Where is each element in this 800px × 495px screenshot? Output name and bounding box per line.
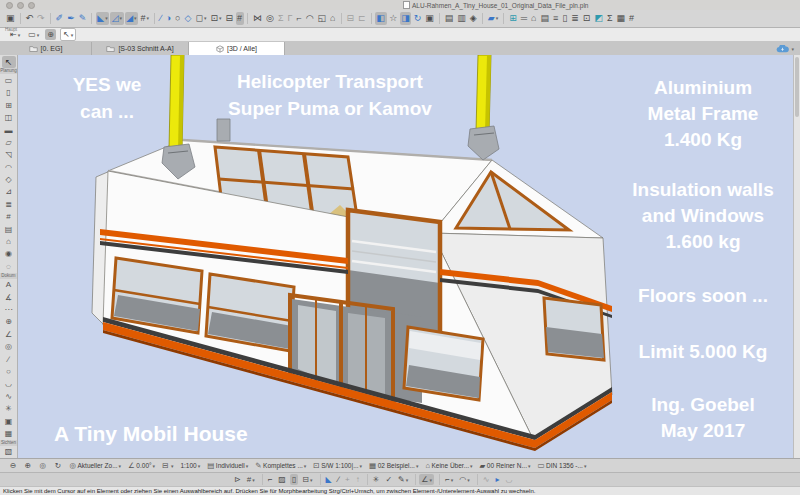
guide-lines[interactable]: ∕ xyxy=(159,12,164,25)
redo[interactable]: ↷ xyxy=(36,12,47,25)
teamwork-cloud-button[interactable]: ▾ xyxy=(776,45,794,53)
reference-line-method[interactable]: ◣▾ xyxy=(96,12,109,25)
magic-wand[interactable]: ◇ xyxy=(183,12,193,25)
snap-guides[interactable]: ◑ xyxy=(164,12,172,25)
tag[interactable]: ◈ xyxy=(468,12,478,25)
move-up[interactable]: ↑ xyxy=(354,474,362,485)
zoom-in[interactable]: ⊕ xyxy=(25,460,33,471)
tool-arc[interactable]: ◡ xyxy=(2,378,16,390)
view-switch[interactable]: ▭▾ xyxy=(26,29,41,40)
close-icon[interactable] xyxy=(6,2,13,9)
document-1[interactable]: ▤ xyxy=(443,12,455,25)
tool-spline[interactable]: ∿ xyxy=(2,390,16,402)
profile-select[interactable]: ⊡▾ xyxy=(209,12,223,25)
corner-r[interactable]: ⌐ xyxy=(295,12,303,25)
tool-shell[interactable]: ◠ xyxy=(2,161,16,173)
tool-opening[interactable]: ◌ xyxy=(2,260,16,272)
tool-wall[interactable]: ▭ xyxy=(2,74,16,86)
list-tool[interactable]: ≡ xyxy=(552,12,560,25)
tool-object[interactable]: ⌂ xyxy=(2,235,16,247)
fit-in-window[interactable]: ◎ xyxy=(40,460,48,471)
tool-text[interactable]: A xyxy=(2,279,16,291)
lock-tool[interactable]: ⊟▾ xyxy=(300,474,314,485)
scrollbar-thumb[interactable] xyxy=(795,57,799,117)
tool-fill[interactable]: ⋯ xyxy=(2,303,16,315)
pen[interactable]: ✎ xyxy=(77,12,88,25)
scale[interactable]: 1:100▾ xyxy=(180,460,200,471)
tab-3d-all[interactable]: [3D / Alle] xyxy=(189,42,285,55)
equalize[interactable]: ═ xyxy=(519,12,528,25)
tool-column[interactable]: ◫ xyxy=(2,111,16,123)
document-2[interactable]: ▥ xyxy=(456,12,468,25)
paint-roller[interactable]: ▰▾ xyxy=(486,12,499,25)
tool-line[interactable]: ∕ xyxy=(2,353,16,365)
add-point[interactable]: + xyxy=(343,474,352,485)
origin-tool[interactable]: ⊕ xyxy=(45,29,56,40)
window-settings[interactable]: ▣ xyxy=(5,12,17,25)
column-doc[interactable]: ▯ xyxy=(561,12,569,25)
layers-quick[interactable]: ◨ xyxy=(400,12,412,25)
layout-standard[interactable]: ▰00 Reiner N...▾ xyxy=(480,460,531,471)
pen-edit[interactable]: ✎▾ xyxy=(396,474,410,485)
play-edit[interactable]: ▸ xyxy=(493,474,501,485)
dimension-standard[interactable]: ▭DIN 1356 -...▾ xyxy=(537,460,586,471)
zoom-preset[interactable]: ◎Aktueller Zo...▾ xyxy=(69,460,121,471)
tool-angle-dim[interactable]: ∠ xyxy=(2,328,16,340)
snap-points[interactable]: ○ xyxy=(174,12,182,25)
tool-camera[interactable]: ▧ xyxy=(2,446,16,458)
grid-options[interactable]: #▾ xyxy=(245,474,257,485)
sigma-list[interactable]: Σ xyxy=(605,12,614,25)
model-view-options[interactable]: ⊡S/W 1:100|...▾ xyxy=(313,460,362,471)
tool-hotspot[interactable]: ✳ xyxy=(2,402,16,414)
grid-doc[interactable]: # xyxy=(627,12,635,25)
tool-window[interactable]: ⊞ xyxy=(2,99,16,111)
pen-set[interactable]: ✎Komplettes ...▾ xyxy=(255,460,306,471)
hatch-tool[interactable]: ▨ xyxy=(276,474,288,485)
pickup-parameters[interactable]: ✐ xyxy=(54,12,65,25)
geometry-method[interactable]: ◿▾ xyxy=(110,12,123,25)
renovation-filter[interactable]: ⌂Keine Über...▾ xyxy=(425,460,472,471)
plane-tool[interactable]: ◣ xyxy=(324,474,334,485)
module-a[interactable]: ⊞ xyxy=(508,12,519,25)
module-b[interactable]: ◩ xyxy=(593,12,605,25)
building-tool[interactable]: ⌂ xyxy=(530,12,538,25)
orbit[interactable]: ↻ xyxy=(55,460,63,471)
sheet-doc[interactable]: ▦ xyxy=(615,12,627,25)
trim[interactable]: ⋈ xyxy=(252,12,264,25)
inject-parameters[interactable]: ✒ xyxy=(66,12,77,25)
orientation[interactable]: ∠0.00°▾ xyxy=(128,460,155,471)
box-doc[interactable]: ⊡ xyxy=(581,12,592,25)
favorites[interactable]: ◧ xyxy=(375,12,387,25)
select-arrow-tool[interactable]: ↖ xyxy=(2,56,16,68)
arc-down[interactable]: ◡ xyxy=(503,474,514,485)
angle-edit[interactable]: ∠▾ xyxy=(419,474,434,485)
tool-drawing[interactable]: ▦ xyxy=(2,427,16,439)
undo[interactable]: ↶ xyxy=(24,12,35,25)
rebuild[interactable]: ↻ xyxy=(412,12,423,25)
line-edit[interactable]: ∕ xyxy=(336,474,341,485)
tool-roof[interactable]: ◹ xyxy=(2,149,16,161)
tool-dimension[interactable]: ⊕ xyxy=(2,316,16,328)
corner-tool[interactable]: ⌐ xyxy=(266,474,275,485)
home-story[interactable]: ⌂ xyxy=(329,12,337,25)
tool-mesh[interactable]: ⊿ xyxy=(2,186,16,198)
tool-circle[interactable]: ○ xyxy=(2,365,16,377)
fit-view[interactable]: ⊟ xyxy=(345,12,356,25)
viewport-3d[interactable]: YES wecan ... Helicopter TransportSuper … xyxy=(18,55,793,458)
arc-edit[interactable]: ◠▾ xyxy=(457,474,472,485)
vertical-scrollbar[interactable] xyxy=(793,55,800,458)
graphic-override[interactable]: ▦02 Beispiel...▾ xyxy=(369,460,418,471)
tool-beam[interactable]: ▬ xyxy=(2,124,16,136)
spline-edit[interactable]: ∿ xyxy=(481,474,492,485)
favorites-star[interactable]: ☆ xyxy=(388,12,399,25)
minimize-icon[interactable] xyxy=(17,2,24,9)
hotspot-edit[interactable]: ✳ xyxy=(371,474,382,485)
drag[interactable]: ⊳ xyxy=(232,474,243,485)
tool-lamp[interactable]: ◉ xyxy=(2,248,16,260)
box-edit[interactable]: ◱ xyxy=(316,12,328,25)
copy-doc[interactable]: ▣ xyxy=(424,12,436,25)
tool-door[interactable]: ▯ xyxy=(2,87,16,99)
tool-label[interactable]: ∡ xyxy=(2,291,16,303)
shape-select[interactable]: ◻▾ xyxy=(194,12,208,25)
tab-section[interactable]: [S-03 Schnitt A-A] xyxy=(92,42,189,55)
